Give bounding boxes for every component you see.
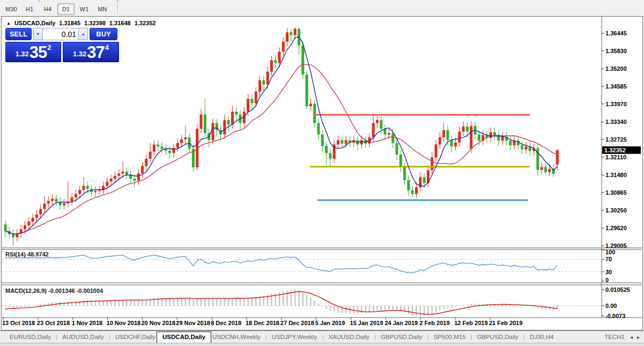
timeframe-button-d1[interactable]: D1 — [57, 3, 75, 15]
sell-price-big: 35 — [29, 45, 47, 60]
candle-body — [86, 186, 89, 189]
rsi-axis-label: 70 — [605, 256, 612, 262]
candle-body — [415, 187, 418, 194]
volume-input[interactable] — [43, 28, 78, 40]
candle-body — [431, 157, 433, 170]
ohlc-open: 1.31845 — [59, 20, 80, 26]
tab-separator: | — [427, 334, 428, 340]
tab-scroll-left-icon[interactable]: ◂ — [630, 334, 633, 340]
candle-body — [399, 154, 402, 167]
candle-body — [442, 130, 445, 137]
date-axis-label: 13 Oct 2018 — [2, 320, 35, 326]
candle-body — [200, 114, 203, 129]
trading-terminal: M30H1H4D1W1MN 1.364451.358301.352001.345… — [0, 0, 644, 346]
candle-body — [176, 143, 179, 148]
candle-body — [313, 104, 316, 123]
candle-body — [294, 29, 297, 35]
price-axis-label: 1.29620 — [605, 225, 627, 231]
timeframe-button-w1[interactable]: W1 — [76, 3, 93, 15]
tab-dj30-h4[interactable]: DJ30,H4 — [529, 334, 555, 340]
tab-usdchf-daily[interactable]: USDCHF,Daily — [114, 334, 157, 340]
candle-body — [110, 179, 113, 181]
tab-audusd-daily[interactable]: AUDUSD,Daily — [61, 334, 105, 340]
ohlc-low: 1.31648 — [109, 20, 131, 26]
tab-tech1[interactable]: TECH1 — [603, 334, 626, 340]
candle-body — [446, 130, 449, 141]
collapse-icon[interactable]: ▲ — [6, 21, 11, 26]
candle-body — [258, 80, 261, 92]
candle-body — [407, 180, 410, 190]
candle-body — [470, 126, 472, 149]
symbol-tab-bar: EURUSD,Daily|AUDUSD,Daily|USDCHF,DailyUS… — [0, 330, 644, 343]
ma-fast-line — [5, 36, 557, 234]
tab-separator: | — [56, 334, 57, 340]
candle-body — [282, 42, 285, 52]
timeframe-button-h4[interactable]: H4 — [39, 3, 56, 15]
date-axis-label: 20 Nov 2018 — [141, 320, 175, 326]
price-axis-label: 1.35830 — [605, 48, 627, 54]
date-axis-label: 23 Oct 2018 — [37, 320, 70, 326]
date-axis-label: 2 Feb 2019 — [419, 320, 449, 326]
candle-body — [211, 123, 214, 140]
candle-body — [345, 140, 347, 143]
candle-body — [396, 143, 398, 154]
sell-price-box[interactable]: 1.32 35 2 — [5, 42, 61, 62]
buy-price-prefix: 1.32 — [73, 50, 86, 58]
candle-body — [521, 145, 523, 149]
rsi-axis-label: 30 — [605, 269, 612, 275]
price-axis-label: 1.30865 — [605, 189, 627, 196]
tab-separator: | — [523, 334, 525, 340]
candle-body — [337, 140, 339, 144]
sell-button[interactable]: SELL — [5, 28, 32, 40]
price-axis-label: 1.32110 — [605, 154, 626, 160]
sell-price-pip: 2 — [47, 43, 51, 51]
timeframe-button-h1[interactable]: H1 — [21, 3, 38, 15]
candle-body — [172, 148, 175, 153]
current-price-label: 1.32352 — [604, 147, 626, 153]
date-axis-label: 8 Dec 2018 — [211, 320, 241, 326]
candle-body — [360, 140, 363, 144]
buy-price-box[interactable]: 1.32 37 4 — [63, 42, 119, 62]
candle-body — [388, 133, 390, 135]
tab-sp500-m15[interactable]: SP500,M15 — [432, 334, 467, 340]
tab-eurusd-daily[interactable]: EURUSD,Daily — [9, 334, 52, 340]
candle-body — [509, 141, 512, 145]
candle-body — [145, 159, 147, 166]
volume-decrease-button[interactable]: ▼ — [33, 28, 43, 40]
tab-scroll-right-icon[interactable]: ▸ — [637, 334, 640, 340]
candle-body — [161, 146, 164, 149]
price-axis-label: 1.35200 — [605, 65, 627, 72]
candle-body — [317, 123, 320, 134]
candle-body — [439, 137, 441, 144]
timeframe-button-mn[interactable]: MN — [94, 3, 111, 15]
tab-usdcnh-weekly[interactable]: USDCNH,Weekly — [211, 334, 262, 340]
candle-body — [301, 46, 304, 75]
macd-axis-label: -0.0073 — [605, 313, 625, 319]
tab-gbpusd-daily[interactable]: GBPUSD,Daily — [476, 334, 520, 340]
candle-body — [458, 131, 461, 142]
buy-button[interactable]: BUY — [90, 28, 117, 40]
price-axis-label: 1.31480 — [605, 172, 627, 178]
candle-body — [27, 222, 30, 225]
volume-increase-button[interactable]: ▲ — [78, 28, 88, 40]
candle-body — [98, 190, 101, 191]
candle-body — [466, 127, 469, 132]
candle-body — [493, 132, 496, 135]
rsi-line — [5, 255, 557, 273]
candle-body — [39, 209, 42, 215]
chart-ohlc-header: ▲ USDCAD,Daily 1.31845 1.32398 1.31648 1… — [6, 20, 156, 26]
candle-body — [435, 144, 438, 157]
tab-gbpusd-daily[interactable]: GBPUSD,Daily — [380, 334, 423, 340]
candle-body — [78, 190, 81, 194]
tab-xauusd-daily[interactable]: XAUUSD,Daily — [327, 334, 371, 340]
price-axis-label: 1.32725 — [605, 136, 627, 143]
tab-usdcad-daily[interactable]: USDCAD,Daily — [157, 332, 211, 343]
tab-separator: | — [374, 334, 376, 340]
candle-body — [43, 203, 46, 209]
candle-body — [384, 129, 387, 135]
tab-usdjpy-weekly[interactable]: USDJPY,Weekly — [271, 334, 319, 340]
candle-body — [490, 132, 492, 138]
timeframe-button-m30[interactable]: M30 — [3, 3, 20, 15]
rsi-label: RSI(14) 48.9742 — [5, 251, 49, 257]
candle-body — [106, 182, 108, 186]
